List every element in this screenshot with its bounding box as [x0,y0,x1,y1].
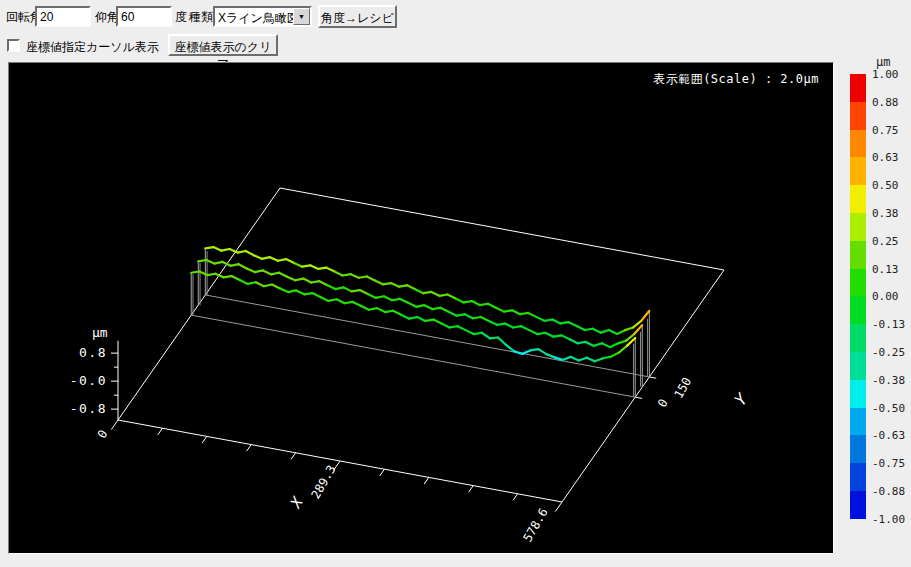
trace-segment [353,302,361,306]
y-axis-title: Y [731,389,753,410]
trace-segment [288,290,296,292]
trace-segment [214,262,222,264]
rotation-angle-input[interactable] [35,6,91,27]
trace-segment [464,301,472,302]
trace-segment [294,263,302,267]
trace-segment [431,292,439,296]
trace-segment [207,274,215,275]
trace-segment [490,337,498,338]
trace-segment [416,305,424,307]
trace-segment [303,279,311,283]
cursor-display-checkbox-label: 座標値指定カーソル表示 [26,40,159,54]
trace-segment [238,251,246,253]
trace-segment [278,259,286,261]
colorbar-segment [850,491,866,519]
trace-segment [585,329,593,330]
trace-segment [417,317,425,321]
trace-segment [578,342,586,343]
trace-segment [246,251,254,255]
trace-segment [520,313,528,314]
trace-segment [488,304,496,308]
viewer-window: { "controls": { "rotation_label": "回転角",… [0,0,911,567]
colorbar-tick-label: 0.38 [872,207,910,220]
trace-segment [457,314,465,315]
trace-segment [513,326,521,327]
trace-segment [538,349,546,354]
trace-segment [609,330,617,334]
trace-segment [240,280,248,284]
trace-segment [327,285,335,289]
trace-segment [423,292,431,293]
trace-segment [231,264,239,266]
trace-segment [392,299,400,300]
z-tick-label: 0.8 [79,345,107,360]
colorbar-tick-label: -0.13 [872,318,910,331]
trace-segment [345,302,353,303]
colorbar-tick-label: -0.88 [872,485,910,498]
trace-segment [562,335,570,339]
trace-segment [304,293,312,294]
trace-segment [377,308,385,312]
z-tick-label: -0.8 [70,401,107,416]
plane-baselines [191,295,649,397]
trace-segment [439,295,447,296]
trace-segment [328,299,336,301]
trace-segment [391,283,399,287]
y-tick-label: 150 [671,375,694,401]
colorbar: μm 1.000.880.750.630.500.380.250.130.00-… [840,55,911,555]
view-type-dropdown[interactable]: Xライン鳥瞰図 ▼ [213,6,312,27]
colorbar-tick-label: 0.50 [872,179,910,192]
colorbar-tick-label: -0.75 [872,457,910,470]
trace-segment [320,297,328,301]
trace-segment [618,341,626,344]
trace-segment [318,268,326,269]
trace-segment [617,330,625,334]
trace-segment [594,343,602,346]
colorbar-tick-label: 0.63 [872,151,910,164]
dropdown-arrow-button[interactable]: ▼ [293,8,310,25]
trace-segment [537,333,545,334]
elevation-angle-input[interactable] [116,6,172,27]
colorbar-tick-label: -0.63 [872,429,910,442]
trace-segment [424,305,432,309]
y-tick-label: 0 [655,397,671,410]
trace-segment [408,303,416,307]
trace-segment [286,259,294,263]
trace-segment [334,272,342,276]
colorbar-segment [850,380,866,408]
trace-segment [270,257,278,261]
trace-segment [254,255,262,259]
trace-segment [383,283,391,284]
trace-segment [546,354,554,357]
trace-segment [256,282,264,286]
trace-segment [458,326,466,330]
trace-segment [552,320,560,324]
colorbar-segment [850,102,866,130]
trace-segment [255,270,263,272]
colorbar-tick-label: -0.38 [872,374,910,387]
colorbar-segment [850,352,866,380]
trace-segment [385,311,393,312]
colorbar-tick-label: 1.00 [872,68,910,81]
trace-segment [352,290,360,291]
trace-segment [311,281,319,282]
angle-to-recipe-button[interactable]: 角度→レシピ [318,5,397,28]
trace-segment [326,268,334,272]
colorbar-segment [850,435,866,463]
trace-segment [571,357,579,361]
colorbar-segment [850,157,866,185]
clear-coordinates-button[interactable]: 座標値表示のクリア [168,34,278,56]
colorbar-segment [850,408,866,436]
profile-traces [191,247,649,361]
trace-segment [425,320,433,321]
trace-segment [522,350,530,353]
trace-segment [375,280,383,284]
trace-segment [579,358,587,361]
cursor-display-checkbox[interactable] [7,39,20,52]
trace-segment [432,308,440,309]
trace-segment [474,333,482,334]
colorbar-tick-label: 0.75 [872,124,910,137]
trace-segment [280,288,288,292]
trace-segment [247,268,255,272]
trace-segment [480,304,488,305]
